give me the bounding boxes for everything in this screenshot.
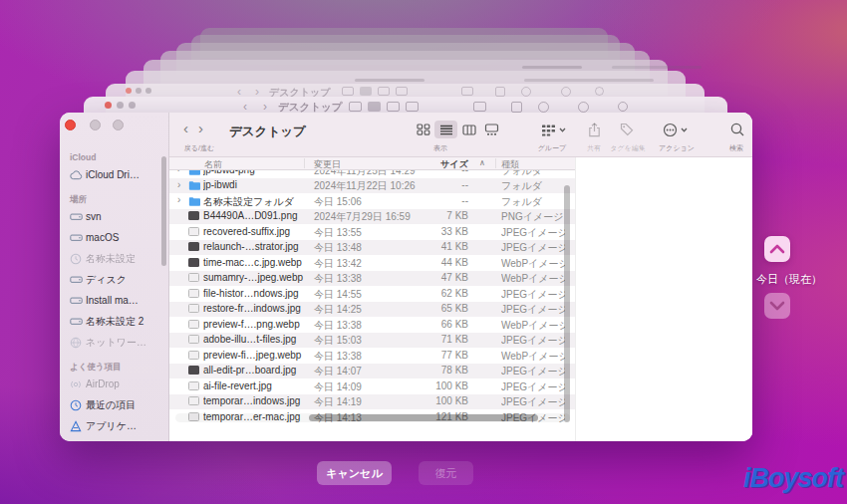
sidebar-item-label: 最近の項目 [86,398,136,412]
back-forward-buttons[interactable]: ‹› [183,120,213,136]
file-row[interactable]: time-mac…c.jpg.webp今日 13:4244 KBWebPイメージ [169,255,575,271]
file-date: 今日 13:55 [314,226,362,240]
view-switcher [412,121,503,138]
sidebar-scrollbar[interactable] [161,156,166,266]
sidebar-item-label: 名称未設定 2 [86,315,143,329]
file-row[interactable]: file-histor…ndows.jpg今日 14:5562 KBJPEGイメ… [169,286,575,302]
file-row[interactable]: preview-fi…jpeg.webp今日 13:3877 KBWebPイメー… [169,348,575,364]
ghost-toolbar-icons [595,87,604,96]
sort-ascending-icon: ∧ [479,158,485,167]
file-row[interactable]: ›jp-ibwdi2024年11月22日 10:26--フォルダ [169,178,575,194]
sidebar-item[interactable]: macOS [70,227,168,248]
window-title: デスクトップ [229,124,306,140]
file-kind: JPEGイメージ [501,288,565,302]
file-row[interactable]: sumamry-…jpeg.webp今日 13:3847 KBWebPイメージ [169,271,575,287]
ghost-toolbar-icons [521,87,531,97]
file-row[interactable]: ai-file-revert.jpg今日 14:09100 KBJPEGイメージ [169,378,575,394]
file-size: 71 KB [399,334,468,345]
column-divider[interactable] [304,158,305,168]
icon-view-button[interactable] [412,121,434,138]
file-size: 62 KB [399,288,468,299]
file-size: 66 KB [399,319,468,330]
file-row[interactable]: ›名称未設定フォルダ今日 15:06--フォルダ [169,193,575,209]
restore-button[interactable]: 復元 [419,461,473,485]
ghost-toolbar-icons [495,87,505,97]
list-view-button[interactable] [434,121,457,138]
list-header: 名前 変更日 サイズ ∧ 種類 [169,157,575,170]
drive-icon [70,295,86,306]
sidebar-item[interactable]: AirDrop [70,374,168,394]
back-icon[interactable]: ‹ [183,120,198,136]
file-row[interactable]: ›jp-ibwd-png2024年11月25日 14:29--フォルダ [169,170,575,178]
close-button[interactable] [65,120,76,130]
zoom-button[interactable] [113,120,124,130]
sidebar-item[interactable]: svn [70,206,168,227]
file-date: 今日 13:48 [314,241,362,255]
clock-icon [70,253,86,265]
horizontal-scrollbar[interactable] [309,414,538,421]
file-row[interactable]: temporar…indows.jpg今日 14:19100 KBJPEGイメー… [169,394,575,410]
file-row[interactable]: recovered-suffix.jpg今日 13:5533 KBJPEGイメー… [169,224,575,240]
file-date: 2024年7月29日 16:59 [314,210,411,224]
pane-divider [575,157,576,441]
file-kind: JPEGイメージ [501,395,565,409]
file-name: temporar…indows.jpg [203,395,311,406]
forward-icon[interactable]: › [198,120,213,136]
ghost-toolbar-icons [387,102,400,112]
file-name: 名称未設定フォルダ [203,195,311,209]
file-date: 今日 15:03 [314,334,362,348]
action-button[interactable] [663,121,688,138]
disclosure-chevron-icon[interactable]: › [177,194,180,205]
disclosure-chevron-icon[interactable]: › [177,170,180,174]
file-row[interactable]: all-edit-pr…board.jpg今日 14:0778 KBJPEGイメ… [169,364,575,379]
sidebar-item-label: 名称未設定 [86,252,136,266]
ghost-zoom-icon [129,102,136,109]
gallery-view-button[interactable] [480,121,503,138]
sidebar-item[interactable]: アプリケ… [70,415,168,436]
vertical-scrollbar[interactable] [564,185,570,422]
disclosure-chevron-icon[interactable]: › [177,179,180,190]
sidebar-item[interactable]: 名称未設定 2 [70,311,168,332]
folder-icon [188,170,200,175]
sidebar-item-label: AirDrop [86,378,120,389]
file-date: 今日 14:07 [314,365,362,378]
file-row[interactable]: restore-fr…indows.jpg今日 14:2565 KBJPEGイメ… [169,302,575,318]
timeline-back-button[interactable] [764,236,790,262]
column-divider[interactable] [495,158,496,168]
drive-icon [70,211,86,222]
file-thumbnail-icon [188,227,199,236]
group-button[interactable] [541,121,566,138]
file-size: -- [399,179,468,190]
ghost-minimize-icon [117,102,124,109]
file-date: 今日 14:55 [314,288,362,302]
ghost-forward-icon: › [263,101,267,113]
file-thumbnail-icon [188,304,199,313]
column-view-button[interactable] [457,121,480,138]
toolbar: ‹› 戻る/進む デスクトップ 表示 グループ 共有 [169,113,752,157]
sidebar-item[interactable]: ネットワー… [70,332,168,353]
share-button [588,121,601,138]
ghost-toolbar-icons [618,102,628,112]
file-row[interactable]: preview-f….png.webp今日 13:3866 KBWebPイメージ [169,317,575,333]
sidebar-item[interactable]: 最近の項目 [70,394,168,415]
file-date: 今日 13:38 [314,350,362,364]
sidebar-item[interactable]: iCloud Dri… [70,164,168,185]
chevron-down-icon [681,127,688,132]
search-button[interactable] [730,121,744,138]
cancel-button[interactable]: キャンセル [317,461,392,485]
file-row[interactable]: relaunch-…strator.jpg今日 13:4841 KBJPEGイメ… [169,240,575,256]
minimize-button[interactable] [90,120,101,130]
file-kind: WebPイメージ [501,272,565,286]
tag-button [620,121,634,138]
sidebar-item[interactable]: Install ma… [70,290,168,311]
cloud-icon [70,170,86,180]
file-size: 100 KB [399,380,468,391]
timeline-forward-button[interactable] [764,293,790,319]
file-row[interactable]: B44490A…D091.png2024年7月29日 16:597 KBPNGイ… [169,209,575,225]
sidebar-item[interactable]: 名称未設定 [70,248,168,269]
file-thumbnail-icon [188,381,199,390]
sidebar-item[interactable]: ディスク [70,269,168,290]
file-size: 44 KB [399,257,468,268]
file-row[interactable]: adobe-illu…t-files.jpg今日 15:0371 KBJPEGイ… [169,333,575,349]
sidebar-section-header: iCloud [70,150,168,164]
